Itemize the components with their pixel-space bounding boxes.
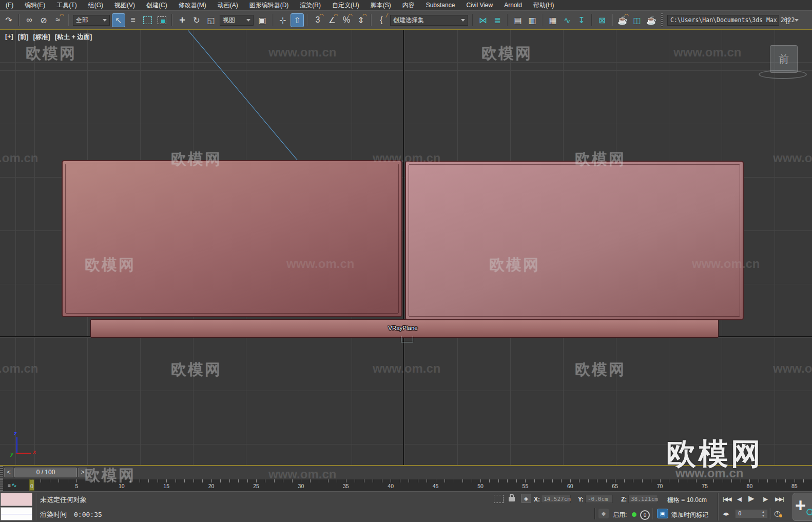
keyboard-shortcut-override-icon[interactable]: ⇧ [291, 13, 304, 27]
percent-snap-toggle-icon[interactable]: %◠ [340, 13, 353, 27]
menu-item-2[interactable]: 工具(T) [51, 0, 82, 11]
time-configuration-button[interactable]: ◷ [774, 509, 780, 517]
chevron-down-icon [103, 19, 107, 22]
render-setup-icon[interactable]: ☕◠ [616, 13, 629, 27]
rectangular-selection-region-icon[interactable] [141, 13, 154, 27]
shield-icon[interactable]: ◆ [598, 509, 609, 518]
enable-count-badge[interactable]: 0 [640, 510, 650, 520]
time-slider-dock-grip[interactable] [0, 466, 3, 479]
maxscript-mini-listener[interactable] [1, 507, 32, 520]
menu-item-3[interactable]: 组(G) [83, 0, 109, 11]
time-slider-handle[interactable]: 0 / 100 [14, 468, 77, 477]
viewport-shading-menu[interactable]: [粘土 + 边面] [55, 33, 92, 42]
menu-item-4[interactable]: 视图(V) [109, 0, 141, 11]
menu-item-16[interactable]: 帮助(H) [528, 0, 560, 11]
frame-tick [265, 479, 265, 482]
viewport[interactable]: [+] [前] [标准] [粘土 + 边面] VRayPlane 前 z y x [0, 29, 812, 466]
time-tag-cube-icon[interactable]: ▣ [657, 509, 668, 518]
go-to-start-button[interactable]: |◀◀ [723, 496, 731, 502]
select-and-manipulate-icon[interactable]: ⊹ [276, 13, 289, 27]
next-frame-button[interactable]: |▶ [763, 496, 767, 502]
menu-item-15[interactable]: Arnold [498, 0, 528, 10]
spinner-snap-toggle-icon[interactable]: ⇕◠ [354, 13, 368, 27]
menu-item-6[interactable]: 修改器(M) [173, 0, 212, 11]
frame-tick-label: 20 [208, 483, 215, 489]
project-folder-field[interactable]: C:\Users\Han\Documents\3ds Max 2022 [667, 15, 779, 26]
viewport-general-menu[interactable]: [+] [5, 33, 13, 42]
coordinate-z-field[interactable]: 38.121cm [628, 495, 658, 503]
go-to-end-button[interactable]: ▶▶| [775, 496, 784, 502]
use-pivot-point-icon[interactable]: ▣ [256, 13, 269, 27]
isolate-selection-toggle-icon[interactable] [494, 495, 504, 503]
add-time-tag-label[interactable]: 添加时间标记 [671, 511, 708, 519]
select-and-rotate-icon[interactable]: ↻ [190, 13, 203, 27]
menu-item-10[interactable]: 自定义(U) [326, 0, 365, 11]
viewcube-front-face[interactable]: 前 [770, 45, 798, 73]
mini-curve-editor-button[interactable]: ≡∿ [5, 480, 20, 490]
add-key-button[interactable]: + [792, 493, 812, 521]
key-mode-toggle-button[interactable]: ◀▶ [723, 511, 729, 516]
macro-recorder-field[interactable] [1, 493, 32, 506]
menu-item-13[interactable]: Substance [420, 0, 461, 10]
frame-tick [597, 479, 597, 482]
angle-snap-toggle-icon[interactable]: ∠◠ [325, 13, 339, 27]
render-production-icon[interactable]: ☕ [645, 13, 658, 27]
select-by-name-icon[interactable]: ≡ [126, 13, 140, 27]
panel-object-left[interactable] [62, 160, 402, 317]
curve-editor-icon[interactable]: ∿ [560, 13, 574, 27]
spinner-up-arrow[interactable]: ▲ [762, 510, 765, 513]
menu-item-14[interactable]: Civil View [460, 0, 498, 10]
selection-filter-dropdown[interactable]: 全部 [73, 15, 110, 26]
vrayplane-gizmo-bracket[interactable] [401, 336, 413, 342]
clipped-toolbar-icon[interactable]: ▯ [781, 13, 795, 27]
snaps-toggle-3d-icon[interactable]: 3◠ [311, 13, 324, 27]
menu-item-1[interactable]: 编辑(E) [19, 0, 51, 11]
track-bar-dock-grip[interactable] [0, 479, 3, 491]
frame-field-spinner[interactable]: ▲ ▼ [761, 510, 766, 518]
track-bar[interactable]: ≡∿ 0510152025303540455055606570758085 [0, 479, 812, 492]
frame-tick [785, 479, 786, 482]
frame-tick [373, 479, 373, 482]
previous-frame-button[interactable]: ◀| [737, 496, 742, 502]
align-icon[interactable]: ≣ [491, 13, 504, 27]
lock-selection-toggle-icon[interactable] [509, 497, 515, 501]
mirror-icon[interactable]: ⋈ [476, 13, 490, 27]
toggle-ribbon-icon[interactable]: ▦ [546, 13, 559, 27]
menu-item-7[interactable]: 动画(A) [212, 0, 244, 11]
bind-to-space-warp-icon[interactable]: ≈◠ [51, 13, 65, 27]
viewcube[interactable]: 前 [758, 44, 809, 91]
menu-item-5[interactable]: 创建(C) [141, 0, 173, 11]
toggle-layer-explorer-icon[interactable]: ▥ [526, 13, 539, 27]
spinner-down-arrow[interactable]: ▼ [762, 514, 765, 517]
coordinate-x-field[interactable]: 14.527cm [541, 495, 571, 503]
previous-frame-slider-button[interactable]: < [4, 468, 13, 477]
toolbar-separator [612, 14, 613, 26]
coordinate-y-field[interactable]: -0.0cm [585, 495, 613, 503]
viewport-preset-menu[interactable]: [标准] [33, 33, 50, 42]
toggle-scene-explorer-icon[interactable]: ▤ [511, 13, 525, 27]
select-object-icon[interactable]: ↖ [112, 13, 125, 27]
select-and-scale-icon[interactable]: ◱ [204, 13, 218, 27]
select-and-move-icon[interactable]: + [176, 13, 189, 27]
play-button[interactable]: ▶ [748, 494, 755, 503]
panel-object-right[interactable] [405, 161, 744, 320]
menu-item-12[interactable]: 内容 [397, 0, 420, 11]
viewport-pov-menu[interactable]: [前] [18, 33, 29, 42]
next-frame-slider-button[interactable]: > [78, 468, 87, 477]
menu-item-11[interactable]: 脚本(S) [365, 0, 397, 11]
schematic-view-icon[interactable]: ↧ [575, 13, 588, 27]
select-and-link-icon[interactable]: ∞ [23, 13, 36, 27]
rendered-frame-window-icon[interactable]: ◫ [630, 13, 644, 27]
menu-item-0[interactable]: (F) [0, 0, 19, 10]
redo-icon[interactable]: ↷ [2, 13, 15, 27]
material-editor-icon[interactable]: ⊠ [595, 13, 609, 27]
edit-named-selection-sets-icon[interactable]: {⁄ [375, 13, 388, 27]
toolbar-separator [591, 14, 592, 26]
window-crossing-toggle-icon[interactable] [155, 13, 168, 27]
named-selection-sets-dropdown[interactable]: 创建选择集 [390, 15, 468, 26]
absolute-mode-transform-icon[interactable]: ◈ [521, 494, 531, 503]
menu-item-8[interactable]: 图形编辑器(D) [244, 0, 295, 11]
reference-coordinate-dropdown[interactable]: 视图 [220, 15, 254, 26]
menu-item-9[interactable]: 渲染(R) [294, 0, 326, 11]
unlink-selection-icon[interactable]: ⊘ [37, 13, 50, 27]
